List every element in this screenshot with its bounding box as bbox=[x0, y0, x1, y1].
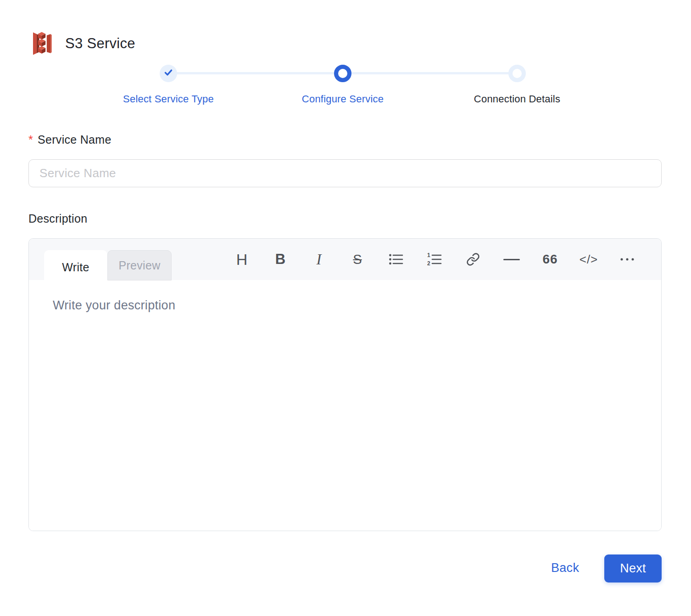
italic-icon[interactable]: I bbox=[300, 245, 338, 274]
editor-header: Write Preview H B I S bbox=[29, 239, 661, 280]
more-options-icon[interactable] bbox=[608, 245, 646, 274]
step-active-dot bbox=[334, 65, 351, 82]
bold-icon[interactable]: B bbox=[261, 245, 300, 274]
step-label: Connection Details bbox=[474, 93, 560, 105]
back-button[interactable]: Back bbox=[551, 561, 579, 575]
tab-preview[interactable]: Preview bbox=[107, 250, 172, 280]
svg-text:1: 1 bbox=[427, 252, 430, 258]
check-icon bbox=[164, 68, 173, 78]
unordered-list-icon[interactable] bbox=[377, 245, 415, 274]
ordered-list-icon[interactable]: 1 2 bbox=[415, 245, 454, 274]
required-asterisk: * bbox=[28, 133, 33, 146]
step-configure-service[interactable]: Configure Service bbox=[256, 63, 430, 105]
step-completed-dot bbox=[160, 65, 177, 82]
next-button[interactable]: Next bbox=[604, 554, 662, 582]
description-editor: Write Preview H B I S bbox=[28, 238, 662, 531]
heading-icon[interactable]: H bbox=[223, 245, 261, 274]
step-connection-details[interactable]: Connection Details bbox=[430, 63, 604, 105]
page-header: S3 Service bbox=[28, 29, 135, 58]
editor-toolbar: H B I S 1 2 bbox=[223, 239, 646, 280]
page-title: S3 Service bbox=[65, 35, 135, 52]
step-select-service-type[interactable]: Select Service Type bbox=[81, 63, 256, 105]
description-textarea[interactable] bbox=[29, 280, 661, 531]
strikethrough-icon[interactable]: S bbox=[338, 245, 377, 274]
step-label: Configure Service bbox=[302, 93, 384, 105]
add-service-page: S3 Service Select Service Type Configure… bbox=[0, 0, 691, 616]
description-label: Description bbox=[28, 212, 87, 225]
step-pending-dot bbox=[508, 65, 526, 82]
link-icon[interactable] bbox=[454, 245, 492, 274]
quote-icon[interactable]: 66 bbox=[531, 245, 569, 274]
s3-bucket-icon bbox=[28, 30, 55, 57]
step-label: Select Service Type bbox=[123, 93, 214, 105]
service-name-label-text: Service Name bbox=[38, 133, 111, 146]
code-icon[interactable]: </> bbox=[569, 245, 608, 274]
service-name-input[interactable] bbox=[28, 159, 662, 187]
editor-body bbox=[29, 280, 661, 531]
horizontal-rule-icon[interactable] bbox=[492, 245, 531, 274]
tab-write[interactable]: Write bbox=[44, 250, 107, 284]
description-label-text: Description bbox=[28, 212, 87, 225]
svg-text:2: 2 bbox=[427, 260, 430, 266]
service-name-label: * Service Name bbox=[28, 133, 111, 146]
wizard-stepper: Select Service Type Configure Service Co… bbox=[81, 63, 604, 112]
